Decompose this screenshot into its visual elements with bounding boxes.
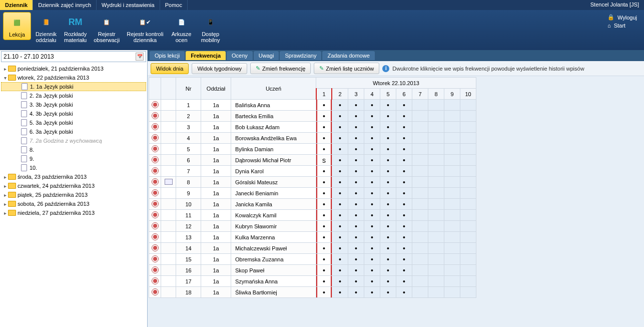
attendance-cell[interactable] bbox=[428, 133, 444, 144]
attendance-cell[interactable]: • bbox=[348, 221, 364, 232]
attendance-cell[interactable]: • bbox=[380, 276, 396, 287]
subtab-oceny[interactable]: Oceny bbox=[227, 51, 253, 60]
attendance-cell[interactable]: • bbox=[316, 144, 332, 155]
attendance-cell[interactable]: • bbox=[316, 276, 332, 287]
attendance-cell[interactable]: • bbox=[380, 177, 396, 188]
attendance-cell[interactable]: • bbox=[348, 287, 364, 298]
attendance-cell[interactable] bbox=[444, 133, 460, 144]
tree-day[interactable]: ▸czwartek, 24 października 2013 bbox=[1, 181, 146, 190]
attendance-cell[interactable] bbox=[428, 177, 444, 188]
attendance-cell[interactable] bbox=[444, 199, 460, 210]
attendance-cell[interactable]: • bbox=[380, 188, 396, 199]
attendance-cell[interactable]: • bbox=[396, 177, 412, 188]
attendance-cell[interactable]: • bbox=[396, 243, 412, 254]
attendance-cell[interactable]: • bbox=[332, 210, 348, 221]
attendance-cell[interactable] bbox=[460, 177, 476, 188]
attendance-cell[interactable] bbox=[460, 122, 476, 133]
attendance-cell[interactable]: • bbox=[332, 287, 348, 298]
attendance-cell[interactable]: • bbox=[380, 100, 396, 111]
attendance-cell[interactable] bbox=[444, 155, 460, 166]
attendance-cell[interactable]: • bbox=[348, 232, 364, 243]
expand-icon[interactable]: ▸ bbox=[2, 174, 8, 180]
attendance-cell[interactable]: • bbox=[332, 232, 348, 243]
attendance-cell[interactable]: • bbox=[396, 188, 412, 199]
attendance-cell[interactable] bbox=[428, 210, 444, 221]
attendance-cell[interactable]: • bbox=[332, 100, 348, 111]
attendance-cell[interactable] bbox=[412, 199, 428, 210]
attendance-cell[interactable] bbox=[412, 155, 428, 166]
attendance-cell[interactable]: • bbox=[364, 199, 380, 210]
attendance-cell[interactable]: • bbox=[348, 177, 364, 188]
attendance-cell[interactable] bbox=[428, 100, 444, 111]
attendance-cell[interactable] bbox=[444, 210, 460, 221]
attendance-cell[interactable]: • bbox=[332, 166, 348, 177]
attendance-cell[interactable]: • bbox=[380, 144, 396, 155]
attendance-cell[interactable] bbox=[444, 122, 460, 133]
attendance-cell[interactable]: • bbox=[396, 254, 412, 265]
attendance-cell[interactable]: • bbox=[316, 166, 332, 177]
attendance-cell[interactable]: • bbox=[380, 199, 396, 210]
attendance-cell[interactable]: • bbox=[348, 243, 364, 254]
attendance-cell[interactable]: • bbox=[380, 122, 396, 133]
attendance-cell[interactable] bbox=[412, 265, 428, 276]
attendance-cell[interactable]: • bbox=[396, 144, 412, 155]
attendance-cell[interactable] bbox=[444, 166, 460, 177]
attendance-cell[interactable] bbox=[412, 177, 428, 188]
tree-lesson[interactable]: 5. 3a Język polski bbox=[1, 118, 146, 127]
attendance-cell[interactable] bbox=[428, 111, 444, 122]
attendance-cell[interactable]: • bbox=[396, 122, 412, 133]
attendance-cell[interactable] bbox=[460, 144, 476, 155]
ribbon-button-dziennik[interactable]: 📙Dziennikoddziału bbox=[32, 12, 60, 45]
attendance-cell[interactable] bbox=[460, 166, 476, 177]
ribbon-button-lekcja[interactable]: 🟩Lekcja bbox=[3, 12, 31, 40]
attendance-cell[interactable] bbox=[412, 210, 428, 221]
top-tab-wydruki-i-zestawienia[interactable]: Wydruki i zestawienia bbox=[97, 0, 160, 10]
attendance-cell[interactable]: • bbox=[396, 100, 412, 111]
attendance-cell[interactable] bbox=[460, 199, 476, 210]
tree-lesson[interactable]: 9. bbox=[1, 154, 146, 163]
attendance-cell[interactable] bbox=[412, 166, 428, 177]
attendance-cell[interactable]: s bbox=[316, 155, 332, 166]
date-range-input[interactable] bbox=[4, 53, 136, 60]
view-day-button[interactable]: Widok dnia bbox=[151, 63, 189, 74]
attendance-cell[interactable] bbox=[428, 276, 444, 287]
attendance-cell[interactable]: • bbox=[332, 133, 348, 144]
expand-icon[interactable]: ▸ bbox=[2, 210, 8, 216]
attendance-cell[interactable]: • bbox=[348, 122, 364, 133]
attendance-cell[interactable] bbox=[412, 133, 428, 144]
attendance-cell[interactable]: • bbox=[380, 111, 396, 122]
attendance-cell[interactable]: • bbox=[364, 243, 380, 254]
attendance-cell[interactable] bbox=[412, 287, 428, 298]
attendance-cell[interactable]: • bbox=[380, 287, 396, 298]
subtab-uwagi[interactable]: Uwagi bbox=[254, 51, 279, 60]
attendance-cell[interactable]: • bbox=[332, 265, 348, 276]
attendance-cell[interactable] bbox=[428, 144, 444, 155]
attendance-cell[interactable]: • bbox=[380, 133, 396, 144]
ribbon-button-arkusze[interactable]: 📄Arkuszeocen bbox=[168, 12, 196, 45]
attendance-cell[interactable] bbox=[460, 210, 476, 221]
top-tab-dziennik-zajęć-innych[interactable]: Dziennik zajęć innych bbox=[33, 0, 97, 10]
attendance-cell[interactable]: • bbox=[364, 210, 380, 221]
attendance-cell[interactable]: • bbox=[380, 232, 396, 243]
attendance-cell[interactable]: • bbox=[316, 210, 332, 221]
attendance-cell[interactable]: • bbox=[332, 276, 348, 287]
tree-day[interactable]: ▸poniedziałek, 21 października 2013 bbox=[1, 64, 146, 73]
attendance-cell[interactable] bbox=[460, 232, 476, 243]
attendance-cell[interactable] bbox=[460, 254, 476, 265]
attendance-cell[interactable] bbox=[428, 122, 444, 133]
attendance-cell[interactable]: • bbox=[380, 254, 396, 265]
attendance-cell[interactable]: • bbox=[332, 122, 348, 133]
tree-lesson[interactable]: 4. 3b Język polski bbox=[1, 109, 146, 118]
attendance-cell[interactable]: • bbox=[396, 210, 412, 221]
tree-day[interactable]: ▾wtorek, 22 października 2013 bbox=[1, 73, 146, 82]
attendance-cell[interactable]: • bbox=[348, 276, 364, 287]
attendance-cell[interactable]: • bbox=[348, 155, 364, 166]
attendance-cell[interactable]: • bbox=[364, 254, 380, 265]
attendance-cell[interactable]: • bbox=[316, 287, 332, 298]
attendance-cell[interactable]: • bbox=[316, 188, 332, 199]
attendance-cell[interactable]: • bbox=[332, 111, 348, 122]
attendance-cell[interactable] bbox=[444, 265, 460, 276]
tree-day[interactable]: ▸sobota, 26 października 2013 bbox=[1, 199, 146, 208]
attendance-cell[interactable]: • bbox=[348, 265, 364, 276]
subtab-sprawdziany[interactable]: Sprawdziany bbox=[280, 51, 321, 60]
